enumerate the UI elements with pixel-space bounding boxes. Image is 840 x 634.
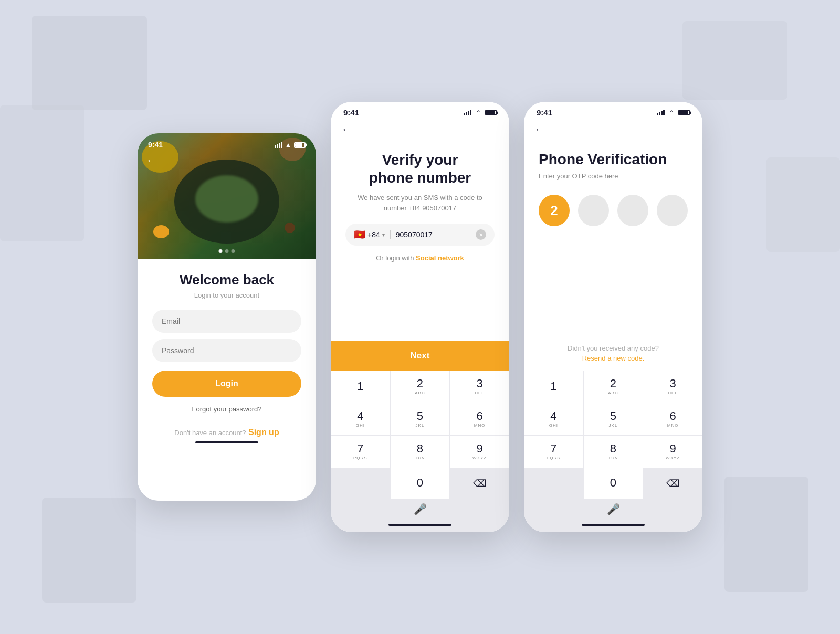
image-dots-indicator — [219, 249, 235, 253]
otp-key-backspace[interactable]: ⌫ — [643, 468, 702, 499]
email-input[interactable] — [152, 310, 301, 333]
battery-2 — [485, 110, 497, 115]
phone-otp: 9:41 ⌃ ← Phone Verification Enter your O… — [524, 102, 702, 532]
clear-input-button[interactable]: ✕ — [476, 229, 486, 240]
signup-row: Don't have an account? Sign up — [174, 428, 279, 437]
resend-link[interactable]: Resend a new code. — [539, 354, 688, 362]
image-back-button[interactable]: ← — [146, 154, 156, 166]
social-login-row: Or login with Social network — [345, 254, 495, 262]
key-7[interactable]: 7 PQRS — [331, 436, 390, 468]
signup-link[interactable]: Sign up — [248, 428, 279, 437]
status-icons-2: ⌃ — [464, 109, 497, 117]
key-4[interactable]: 4 GHI — [331, 403, 390, 435]
status-bar-3: 9:41 ⌃ — [524, 102, 702, 119]
otp-circle-4[interactable] — [657, 195, 688, 226]
otp-key-9[interactable]: 9 WXYZ — [643, 436, 702, 468]
country-flag: 🇻🇳 — [354, 229, 365, 240]
numpad-2: 1 2 ABC 3 DEF 4 GHI 5 JKL 6 MNO — [331, 371, 509, 499]
key-5[interactable]: 5 JKL — [391, 403, 450, 435]
social-network-link[interactable]: Social network — [416, 254, 464, 262]
home-indicator — [195, 441, 258, 443]
welcome-subtitle: Login to your account — [194, 291, 259, 299]
country-dropdown-icon[interactable]: ▾ — [382, 232, 385, 238]
home-indicator-3 — [582, 524, 645, 526]
otp-key-4[interactable]: 4 GHI — [524, 403, 583, 435]
otp-circle-3[interactable] — [617, 195, 648, 226]
key-6[interactable]: 6 MNO — [450, 403, 509, 435]
image-status-time: 9:41 — [148, 141, 163, 149]
battery-icon — [294, 142, 306, 148]
back-button-2[interactable]: ← — [331, 119, 509, 138]
backspace-icon-3: ⌫ — [666, 478, 679, 489]
key-empty-left — [331, 468, 390, 499]
password-input[interactable] — [152, 339, 301, 362]
country-code: +84 — [368, 230, 380, 239]
verify-body: Verify your phone number We have sent yo… — [331, 138, 509, 341]
microphone-icon-3[interactable]: 🎤 — [607, 503, 620, 515]
otp-circle-1[interactable]: 2 — [539, 195, 570, 226]
bg-decoration-4 — [682, 21, 788, 100]
otp-title: Phone Verification — [539, 151, 688, 168]
verify-subtitle: We have sent you an SMS with a code to n… — [345, 193, 495, 213]
status-bar-2: 9:41 ⌃ — [331, 102, 509, 119]
backspace-icon: ⌫ — [473, 478, 486, 489]
phone-number-input[interactable]: 905070017 — [396, 230, 476, 239]
food-shape-3 — [195, 175, 258, 223]
next-button[interactable]: Next — [331, 341, 509, 371]
otp-subtitle: Enter your OTP code here — [539, 172, 688, 180]
verify-title: Verify your phone number — [345, 151, 495, 186]
login-body: Welcome back Login to your account Login… — [138, 259, 316, 501]
status-time-2: 9:41 — [343, 108, 359, 117]
battery-3 — [678, 110, 690, 115]
otp-key-0[interactable]: 0 — [584, 468, 643, 499]
status-icons-3: ⌃ — [657, 109, 690, 117]
key-9[interactable]: 9 WXYZ — [450, 436, 509, 468]
bg-decoration-3 — [42, 498, 136, 603]
key-8[interactable]: 8 TUV — [391, 436, 450, 468]
image-status-bar: 9:41 ▲ — [138, 133, 316, 149]
wifi-icon-2: ⌃ — [476, 109, 481, 117]
resend-section: Didn't you received any code? Resend a n… — [539, 344, 688, 362]
otp-key-2[interactable]: 2 ABC — [584, 371, 643, 403]
key-1[interactable]: 1 — [331, 371, 390, 403]
status-time-3: 9:41 — [537, 108, 552, 117]
forgot-password-link[interactable]: Forgot your password? — [192, 405, 262, 413]
key-2[interactable]: 2 ABC — [391, 371, 450, 403]
otp-key-3[interactable]: 3 DEF — [643, 371, 702, 403]
otp-key-5[interactable]: 5 JKL — [584, 403, 643, 435]
phone2-bottom — [331, 520, 509, 532]
divider — [390, 230, 391, 239]
phones-container: 9:41 ▲ ← — [138, 102, 702, 532]
otp-body: Phone Verification Enter your OTP code h… — [524, 138, 702, 371]
bg-decoration-1 — [32, 16, 147, 110]
food-hero-image: 9:41 ▲ ← — [138, 133, 316, 259]
welcome-title: Welcome back — [180, 272, 274, 288]
otp-key-1[interactable]: 1 — [524, 371, 583, 403]
bg-decoration-5 — [724, 477, 808, 592]
otp-key-6[interactable]: 6 MNO — [643, 403, 702, 435]
signal-bars-2 — [464, 110, 471, 115]
bg-decoration-2 — [0, 105, 84, 241]
otp-circle-2[interactable] — [578, 195, 609, 226]
mic-row-3: 🎤 — [524, 499, 702, 520]
phone-verify: 9:41 ⌃ ← Verify your phone number — [331, 102, 509, 532]
key-0[interactable]: 0 — [391, 468, 450, 499]
food-shape-4 — [153, 225, 169, 238]
login-button[interactable]: Login — [152, 371, 301, 397]
otp-circles-row: 2 — [539, 195, 688, 226]
otp-key-7[interactable]: 7 PQRS — [524, 436, 583, 468]
signal-icon — [275, 142, 282, 148]
key-backspace[interactable]: ⌫ — [450, 468, 509, 499]
microphone-icon-2[interactable]: 🎤 — [414, 503, 427, 515]
numpad-3: 1 2 ABC 3 DEF 4 GHI 5 JKL 6 MNO — [524, 371, 702, 499]
otp-key-8[interactable]: 8 TUV — [584, 436, 643, 468]
key-3[interactable]: 3 DEF — [450, 371, 509, 403]
bg-decoration-6 — [766, 157, 840, 252]
wifi-icon: ▲ — [285, 141, 291, 149]
image-status-icons: ▲ — [275, 141, 306, 149]
home-indicator-2 — [388, 524, 452, 526]
phone-input-row: 🇻🇳 +84 ▾ 905070017 ✕ — [345, 224, 495, 246]
back-button-3[interactable]: ← — [524, 119, 702, 138]
resend-question-text: Didn't you received any code? — [539, 344, 688, 352]
signal-bars-3 — [657, 110, 665, 115]
